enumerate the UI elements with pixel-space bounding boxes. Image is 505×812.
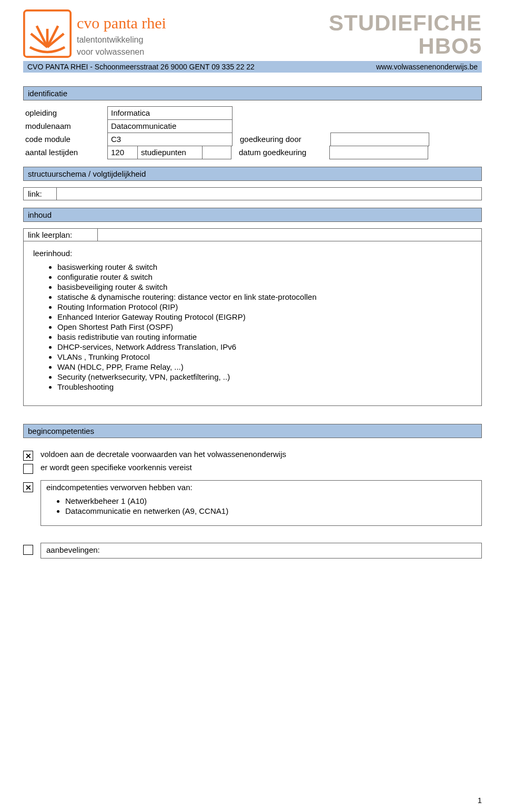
label-datum-goedkeuring: datum goedkeuring (231, 146, 329, 159)
list-item: Open Shortest Path First (OSPF) (57, 322, 472, 332)
checkbox-empty-icon (23, 464, 33, 474)
leerplan-row: link leerplan: (23, 228, 482, 241)
label-modulenaam: modulenaam (23, 120, 107, 133)
list-item: WAN (HDLC, PPP, Frame Relay, ...) (57, 362, 472, 372)
leerinhoud-box: leerinhoud: basiswerking router & switch… (23, 241, 482, 406)
competentie-row-2: er wordt geen specifieke voorkennis vere… (23, 463, 482, 474)
checkbox-checked-icon (23, 482, 33, 492)
value-goedkeuring-door (330, 133, 429, 146)
identificatie-table: opleiding Informatica modulenaam Datacom… (23, 107, 482, 159)
list-item: basis redistributie van routing informat… (57, 332, 472, 342)
svg-text:cvo panta rhei: cvo panta rhei (77, 14, 166, 32)
list-item: configuratie router & switch (57, 272, 472, 282)
list-item: Security (netwerksecurity, VPN, packetfi… (57, 372, 472, 382)
page-header: cvo panta rhei talentontwikkeling voor v… (23, 9, 482, 58)
section-identificatie: identificatie (23, 86, 482, 100)
list-item: basiswerking router & switch (57, 262, 472, 272)
address-left: CVO PANTA RHEI - Schoonmeersstraat 26 90… (27, 63, 255, 71)
document-title: STUDIEFICHE HBO5 (329, 12, 482, 58)
aanbevelingen-box: aanbevelingen: (41, 543, 482, 559)
address-bar: CVO PANTA RHEI - Schoonmeersstraat 26 90… (23, 61, 482, 73)
section-structuur: structuurschema / volgtijdelijkheid (23, 167, 482, 181)
brand-logo-icon (23, 9, 72, 58)
eindcompetenties-list: Netwerkbeheer 1 (A10) Datacommunicatie e… (46, 496, 476, 516)
aanbevelingen-row: aanbevelingen: (23, 543, 482, 559)
value-datum-goedkeuring (329, 146, 428, 159)
tagline-line-2: voor volwassenen (77, 47, 214, 57)
brand-text: cvo panta rhei talentontwikkeling voor v… (77, 14, 214, 57)
competentie-row-1: voldoen aan de decretale voorwaarden van… (23, 450, 482, 461)
link-value (56, 187, 482, 200)
list-item: Netwerkbeheer 1 (A10) (65, 496, 476, 506)
aanbevelingen-label: aanbevelingen: (46, 545, 100, 554)
title-line-1: STUDIEFICHE (329, 12, 482, 35)
leerplan-label: link leerplan: (23, 228, 98, 241)
page-number: 1 (478, 796, 482, 805)
leerplan-value (97, 228, 482, 241)
brand-name-icon: cvo panta rhei (77, 14, 214, 33)
list-item: statische & dynamische routering: distan… (57, 292, 472, 302)
list-item: Troubleshooting (57, 382, 472, 392)
value-modulenaam: Datacommunicatie (107, 119, 233, 133)
competentie-row-3: eindcompetenties verworven hebben van: N… (23, 480, 482, 526)
label-goedkeuring-door: goedkeuring door (233, 133, 330, 146)
value-opleiding: Informatica (107, 106, 233, 120)
value-lestijden: 120 (107, 146, 138, 159)
value-studiepunten (202, 146, 231, 159)
leerinhoud-label: leerinhoud: (33, 249, 472, 258)
logo-block: cvo panta rhei talentontwikkeling voor v… (23, 9, 214, 58)
section-inhoud: inhoud (23, 208, 482, 222)
checkbox-checked-icon (23, 451, 33, 461)
leerinhoud-list: basiswerking router & switch configurati… (33, 262, 472, 392)
list-item: Datacommunicatie en netwerken (A9, CCNA1… (65, 506, 476, 516)
checkbox-empty-icon (23, 545, 33, 555)
list-item: Enhanced Interior Gateway Routing Protoc… (57, 312, 472, 322)
title-line-2: HBO5 (329, 35, 482, 58)
list-item: DHCP-services, Network Address Translati… (57, 342, 472, 352)
list-item: VLANs , Trunking Protocol (57, 352, 472, 362)
section-begincompetenties: begincompetenties (23, 424, 482, 438)
value-codemodule: C3 (107, 133, 233, 146)
competentie-text-1: voldoen aan de decretale voorwaarden van… (41, 450, 286, 459)
link-row: link: (23, 187, 482, 200)
list-item: Routing Information Protocol (RIP) (57, 302, 472, 312)
label-codemodule: code module (23, 133, 107, 146)
eindcompetenties-label: eindcompetenties verworven hebben van: (46, 483, 476, 492)
address-right: www.volwassenenonderwijs.be (376, 63, 478, 71)
link-label: link: (23, 187, 57, 200)
label-studiepunten: studiepunten (137, 146, 203, 159)
label-lestijden: aantal lestijden (23, 146, 107, 159)
list-item: basisbeveiliging router & switch (57, 282, 472, 292)
competentie-text-2: er wordt geen specifieke voorkennis vere… (41, 463, 192, 472)
eindcompetenties-box: eindcompetenties verworven hebben van: N… (41, 480, 482, 526)
tagline-line-1: talentontwikkeling (77, 35, 214, 45)
label-opleiding: opleiding (23, 107, 107, 120)
